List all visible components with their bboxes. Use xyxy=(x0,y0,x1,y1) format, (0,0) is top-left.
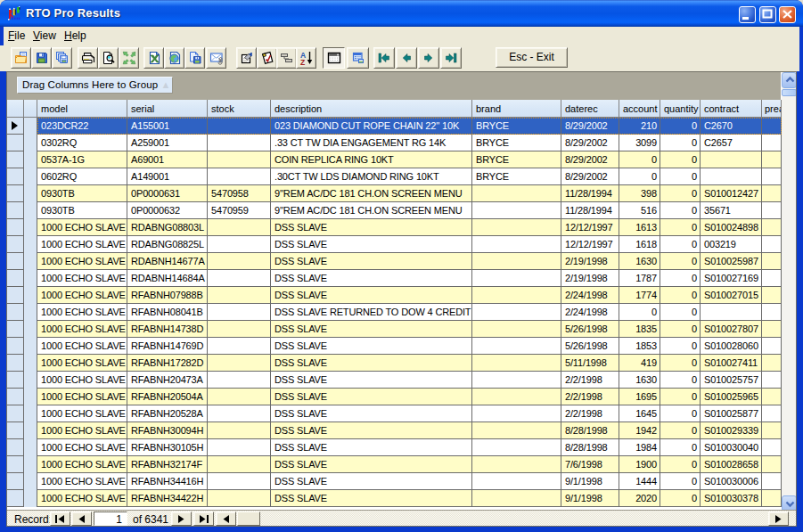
svg-text:Z: Z xyxy=(300,58,305,66)
